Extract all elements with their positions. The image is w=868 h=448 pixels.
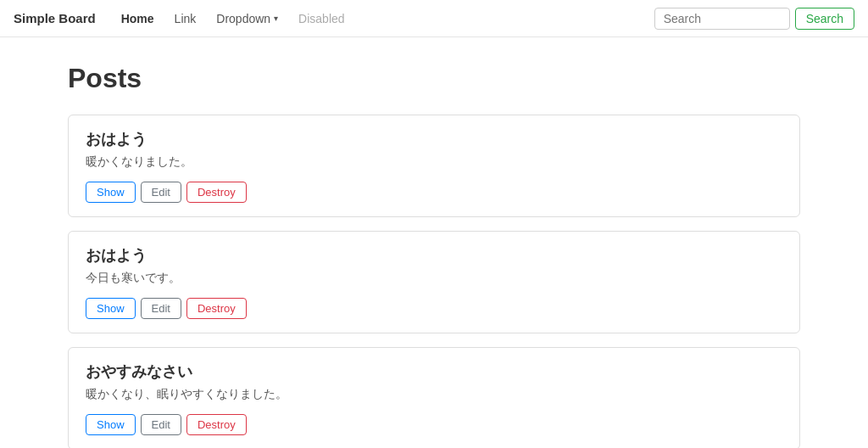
edit-button[interactable]: Edit xyxy=(141,414,181,435)
post-card: おはよう暖かくなりました。ShowEditDestroy xyxy=(68,115,800,217)
post-actions: ShowEditDestroy xyxy=(86,414,782,435)
post-title: おはよう xyxy=(86,129,782,149)
post-title: おはよう xyxy=(86,245,782,266)
posts-container: おはよう暖かくなりました。ShowEditDestroyおはよう今日も寒いです。… xyxy=(68,115,800,448)
post-actions: ShowEditDestroy xyxy=(86,182,782,203)
navbar-search: Search xyxy=(654,8,854,30)
search-button[interactable]: Search xyxy=(795,8,854,30)
post-actions: ShowEditDestroy xyxy=(86,298,782,319)
post-body: 今日も寒いです。 xyxy=(86,271,782,286)
navbar-brand: Simple Board xyxy=(14,11,96,25)
main-content: Posts おはよう暖かくなりました。ShowEditDestroyおはよう今日… xyxy=(0,37,868,448)
destroy-button[interactable]: Destroy xyxy=(186,182,247,203)
page-title: Posts xyxy=(68,63,800,94)
show-button[interactable]: Show xyxy=(86,414,136,435)
nav-dropdown[interactable]: Dropdown ▾ xyxy=(208,8,287,29)
post-body: 暖かくなり、眠りやすくなりました。 xyxy=(86,387,782,402)
destroy-button[interactable]: Destroy xyxy=(186,298,247,319)
post-title: おやすみなさい xyxy=(86,361,782,382)
edit-button[interactable]: Edit xyxy=(141,298,181,319)
dropdown-caret-icon: ▾ xyxy=(274,14,278,23)
nav-dropdown-label: Dropdown xyxy=(216,12,270,25)
post-card: おはよう今日も寒いです。ShowEditDestroy xyxy=(68,231,800,333)
nav-link-home[interactable]: Home xyxy=(113,8,163,29)
nav-link-link[interactable]: Link xyxy=(166,8,205,29)
nav-link-disabled: Disabled xyxy=(290,8,353,29)
edit-button[interactable]: Edit xyxy=(141,182,181,203)
navbar: Simple Board Home Link Dropdown ▾ Disabl… xyxy=(0,0,868,37)
navbar-nav: Home Link Dropdown ▾ Disabled xyxy=(113,8,654,29)
destroy-button[interactable]: Destroy xyxy=(186,414,247,435)
search-input[interactable] xyxy=(654,8,790,30)
show-button[interactable]: Show xyxy=(86,298,136,319)
show-button[interactable]: Show xyxy=(86,182,136,203)
post-body: 暖かくなりました。 xyxy=(86,154,782,170)
post-card: おやすみなさい暖かくなり、眠りやすくなりました。ShowEditDestroy xyxy=(68,347,800,448)
